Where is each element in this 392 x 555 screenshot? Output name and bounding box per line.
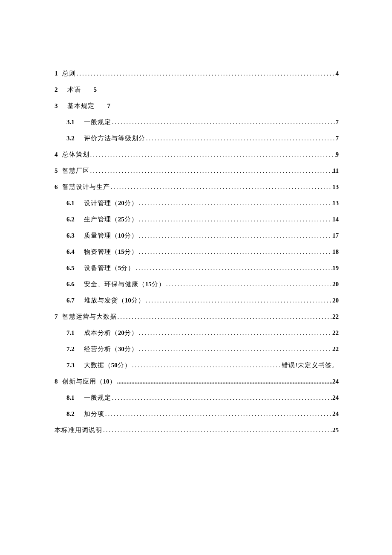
toc-leader: ........................................… bbox=[117, 314, 333, 320]
toc-leader: ........................................… bbox=[138, 330, 332, 336]
toc-entry-page: 7 bbox=[336, 135, 339, 142]
toc-entry-number: 1 bbox=[55, 70, 58, 77]
toc-entry: 6.1设计管理（20分）............................… bbox=[55, 200, 339, 206]
toc-entry-number: 6.7 bbox=[66, 297, 75, 304]
toc-entry-label: 设备管理（5分） bbox=[84, 265, 135, 271]
toc-entry-number: 8 bbox=[55, 378, 58, 385]
toc-leader: ........................................… bbox=[111, 395, 332, 401]
toc-entry-number: 7 bbox=[55, 314, 58, 320]
toc-entry: 6.2生产管理（25分）............................… bbox=[55, 216, 339, 223]
toc-entry-label: 评价方法与等级划分 bbox=[84, 135, 145, 142]
toc-entry: 7.3大数据（50分）.............................… bbox=[55, 362, 339, 369]
toc-leader: ........................................… bbox=[89, 151, 336, 158]
toc-entry-page: 24 bbox=[332, 378, 339, 385]
toc-entry-label: 质量管理（10分） bbox=[84, 232, 138, 239]
toc-entry-label: 智慧厂区 bbox=[62, 168, 89, 174]
toc-entry-page: 19 bbox=[332, 265, 339, 271]
toc-entry-number: 6.1 bbox=[66, 200, 75, 206]
toc-entry-number: 7.2 bbox=[66, 346, 75, 352]
toc-entry-number: 2 bbox=[55, 87, 58, 93]
toc-entry: 6.7堆放与发货（10分）...........................… bbox=[55, 297, 339, 304]
toc-leader: ........................................… bbox=[138, 249, 332, 255]
toc-entry-number: 6.6 bbox=[66, 281, 75, 288]
toc-entry-page: 7 bbox=[107, 103, 111, 109]
toc-entry-number: 6.3 bbox=[66, 232, 75, 239]
toc-entry-label: 设计管理（20分） bbox=[84, 200, 138, 206]
toc-entry: 3基本规定7 bbox=[55, 103, 339, 109]
toc-entry-label: 安全、环保与健康（15分） bbox=[84, 281, 165, 288]
toc-entry-number: 3.1 bbox=[66, 119, 75, 125]
toc-leader: ........................................… bbox=[165, 281, 332, 288]
toc-entry-label: 一般规定 bbox=[84, 395, 111, 401]
toc-entry-label: 基本规定 bbox=[67, 103, 95, 109]
toc-entry: 8.2加分项..................................… bbox=[55, 411, 339, 417]
toc-entry-label: 本标准用词说明 bbox=[55, 427, 102, 433]
toc-entry-number: 8.1 bbox=[66, 395, 75, 401]
toc-entry-label: 加分项 bbox=[84, 411, 104, 417]
toc-entry-page: 17 bbox=[332, 232, 339, 239]
toc-entry-page: 14 bbox=[332, 216, 339, 223]
toc-entry-label: 创新与应用（10） bbox=[62, 378, 116, 385]
toc-entry-page: 4 bbox=[336, 70, 339, 77]
toc-leader: ........................................… bbox=[138, 232, 332, 239]
toc-entry-page: 25 bbox=[332, 427, 339, 433]
toc-entry-number: 8.2 bbox=[66, 411, 75, 417]
toc-entry-number: 6.4 bbox=[66, 249, 75, 255]
toc-leader: ........................................… bbox=[111, 119, 336, 125]
toc-leader: ........................................… bbox=[131, 362, 282, 369]
toc-leader: ........................................… bbox=[138, 200, 332, 206]
toc-entry-page: 9 bbox=[336, 151, 339, 158]
toc-entry-label: 一般规定 bbox=[84, 119, 111, 125]
toc-entry: 本标准用词说明.................................… bbox=[55, 427, 339, 433]
toc-entry-page: 错误!未定义书签。 bbox=[282, 362, 339, 369]
toc-leader: ........................................… bbox=[104, 411, 332, 417]
toc-entry-page: 22 bbox=[332, 314, 339, 320]
toc-entry-label: 总则 bbox=[62, 70, 76, 77]
toc-entry-page: 24 bbox=[332, 395, 339, 401]
toc-entry-page: 13 bbox=[332, 200, 339, 206]
toc-entry-label: 智慧设计与生产 bbox=[62, 184, 110, 190]
toc-entry-label: 智慧运营与大数据 bbox=[62, 314, 117, 320]
toc-entry: 1总则.....................................… bbox=[55, 70, 339, 77]
toc-entry-label: 堆放与发货（10分） bbox=[84, 297, 145, 304]
toc-entry: 5智慧厂区...................................… bbox=[55, 168, 339, 174]
toc-entry: 6.4物资管理（15分）............................… bbox=[55, 249, 339, 255]
toc-entry: 6.5设备管理（5分）.............................… bbox=[55, 265, 339, 271]
toc-leader: ........................................… bbox=[76, 70, 336, 77]
toc-entry-number: 6 bbox=[55, 184, 58, 190]
toc-entry-page: 22 bbox=[332, 346, 339, 352]
toc-leader: ........................................… bbox=[145, 297, 332, 304]
toc-entry-label: 成本分析（20分） bbox=[84, 330, 138, 336]
toc-leader: ........................................… bbox=[89, 168, 333, 174]
toc-entry: 7.2经营分析（30分）............................… bbox=[55, 346, 339, 352]
toc-leader: ........................................… bbox=[116, 378, 333, 385]
toc-leader: ........................................… bbox=[145, 135, 336, 142]
toc-entry-page: 20 bbox=[332, 297, 339, 304]
toc-entry-page: 18 bbox=[332, 249, 339, 255]
toc-entry-page: 11 bbox=[333, 168, 339, 174]
toc-entry-number: 3 bbox=[55, 103, 58, 109]
toc-leader: ........................................… bbox=[135, 265, 332, 271]
toc-entry: 8.1一般规定.................................… bbox=[55, 395, 339, 401]
toc-leader: ........................................… bbox=[102, 427, 332, 433]
toc-entry: 6智慧设计与生产................................… bbox=[55, 184, 339, 190]
toc-leader: ........................................… bbox=[110, 184, 333, 190]
toc-entry: 6.3质量管理（10分）............................… bbox=[55, 232, 339, 239]
toc-entry: 2术语5 bbox=[55, 87, 339, 93]
toc-entry: 4总体策划...................................… bbox=[55, 151, 339, 158]
toc-entry-label: 大数据（50分） bbox=[84, 362, 131, 369]
toc-entry-label: 经营分析（30分） bbox=[84, 346, 138, 352]
toc-entry-page: 22 bbox=[332, 330, 339, 336]
toc-entry: 3.2评价方法与等级划分............................… bbox=[55, 135, 339, 142]
toc-entry: 6.6安全、环保与健康（15分）........................… bbox=[55, 281, 339, 288]
toc-entry-page: 7 bbox=[336, 119, 339, 125]
toc-entry-page: 20 bbox=[332, 281, 339, 288]
toc-entry-number: 7.3 bbox=[66, 362, 75, 369]
toc-entry-number: 4 bbox=[55, 151, 58, 158]
toc-entry-number: 3.2 bbox=[66, 135, 75, 142]
toc-entry-label: 术语 bbox=[67, 87, 81, 93]
toc-entry: 8创新与应用（10）..............................… bbox=[55, 378, 339, 385]
toc-entry: 3.1一般规定.................................… bbox=[55, 119, 339, 125]
toc-leader: ........................................… bbox=[138, 216, 332, 223]
toc-entry: 7.1成本分析（20分）............................… bbox=[55, 330, 339, 336]
